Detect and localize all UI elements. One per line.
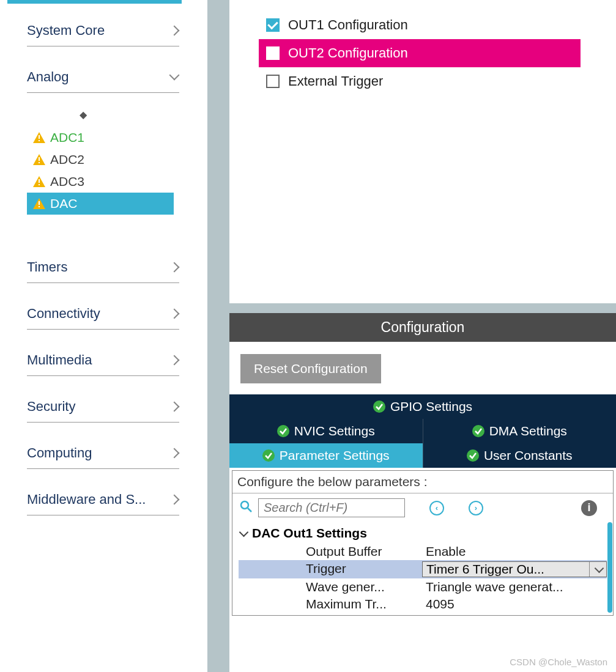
next-button[interactable]: › — [469, 501, 483, 515]
check-circle-icon — [373, 401, 385, 413]
svg-point-10 — [472, 425, 484, 437]
chevron-right-icon — [171, 26, 179, 35]
category-connectivity[interactable]: Connectivity — [27, 298, 179, 330]
tab-nvic-settings[interactable]: NVIC Settings — [229, 419, 423, 443]
check-circle-icon — [262, 449, 275, 462]
tab-user-constants[interactable]: User Constants — [423, 443, 617, 468]
param-label: Output Buffer — [306, 544, 422, 559]
category-analog[interactable]: Analog — [27, 61, 179, 93]
param-wave-generation[interactable]: Wave gener... Triangle wave generat... — [239, 578, 607, 596]
main-panel: OUT1 Configuration OUT2 Configuration Ex… — [229, 0, 616, 672]
param-value: Triangle wave generat... — [422, 580, 607, 594]
tab-label: NVIC Settings — [294, 424, 375, 438]
tab-parameter-settings[interactable]: Parameter Settings — [229, 443, 423, 468]
tabs: GPIO Settings NVIC Settings DMA Settings… — [229, 394, 616, 468]
reset-configuration-button[interactable]: Reset Configuration — [240, 354, 381, 383]
svg-point-13 — [241, 501, 248, 509]
analog-item-adc1[interactable]: ADC1 — [27, 127, 218, 149]
param-output-buffer[interactable]: Output Buffer Enable — [239, 543, 607, 560]
category-label: Analog — [27, 69, 69, 85]
category-label: Connectivity — [27, 306, 100, 322]
category-label: Security — [27, 399, 75, 415]
watermark: CSDN @Chole_Waston — [510, 657, 607, 667]
analog-item-label: ADC2 — [50, 152, 84, 167]
category-label: System Core — [27, 23, 105, 39]
search-icon[interactable] — [240, 500, 252, 515]
param-trigger[interactable]: Trigger Timer 6 Trigger Ou... — [239, 560, 607, 578]
sort-icon[interactable]: ◆ — [27, 109, 218, 127]
tab-gpio-settings[interactable]: GPIO Settings — [229, 394, 616, 419]
analog-item-adc2[interactable]: ADC2 — [27, 149, 218, 171]
mode-out1-configuration[interactable]: OUT1 Configuration — [259, 11, 581, 39]
svg-point-8 — [373, 401, 385, 413]
checkbox-icon[interactable] — [266, 18, 280, 32]
svg-line-14 — [248, 508, 251, 512]
tab-label: User Constants — [484, 448, 573, 463]
search-row: ‹ › i — [232, 493, 613, 522]
param-maximum-triangle[interactable]: Maximum Tr... 4095 — [239, 596, 607, 613]
param-label: Wave gener... — [306, 580, 422, 594]
category-label: Multimedia — [27, 352, 92, 368]
param-value: Timer 6 Trigger Ou... — [426, 562, 544, 577]
param-value: 4095 — [422, 597, 607, 611]
mode-out2-configuration[interactable]: OUT2 Configuration — [259, 39, 581, 67]
analog-item-dac[interactable]: DAC — [27, 193, 174, 215]
scrollbar[interactable] — [607, 522, 612, 613]
warning-icon — [33, 198, 45, 209]
svg-rect-4 — [39, 179, 40, 183]
check-circle-icon — [467, 449, 479, 462]
svg-point-9 — [277, 425, 289, 437]
svg-rect-7 — [39, 206, 40, 207]
category-label: Computing — [27, 445, 92, 461]
prev-button[interactable]: ‹ — [429, 501, 444, 515]
category-computing[interactable]: Computing — [27, 437, 179, 469]
analog-item-adc3[interactable]: ADC3 — [27, 171, 218, 193]
tab-label: DMA Settings — [489, 424, 567, 438]
svg-point-12 — [467, 449, 479, 462]
tab-label: Parameter Settings — [280, 448, 390, 463]
svg-rect-0 — [39, 135, 40, 139]
check-circle-icon — [472, 425, 484, 437]
configuration-header: Configuration — [229, 313, 616, 342]
info-icon[interactable]: i — [581, 500, 597, 516]
section-title: DAC Out1 Settings — [252, 526, 367, 541]
mode-label: OUT2 Configuration — [288, 45, 408, 61]
svg-rect-5 — [39, 184, 40, 185]
sidebar: System Core Analog ◆ ADC1 ADC2 ADC3 DAC — [0, 0, 218, 672]
analog-item-label: DAC — [50, 196, 77, 211]
chevron-right-icon — [171, 263, 179, 271]
checkbox-icon[interactable] — [266, 75, 280, 88]
parameter-box: Configure the below parameters : ‹ › i D… — [232, 470, 614, 616]
mode-list: OUT1 Configuration OUT2 Configuration Ex… — [229, 0, 616, 95]
category-system-core[interactable]: System Core — [27, 15, 179, 46]
chevron-down-icon — [589, 562, 603, 577]
category-multimedia[interactable]: Multimedia — [27, 344, 179, 376]
chevron-right-icon — [171, 356, 179, 364]
checkbox-icon[interactable] — [266, 46, 280, 60]
category-middleware[interactable]: Middleware and S... — [27, 484, 179, 515]
panel-divider[interactable] — [229, 303, 616, 313]
check-circle-icon — [277, 425, 289, 437]
sidebar-accent-bar — [7, 0, 182, 4]
svg-rect-2 — [39, 157, 40, 161]
svg-rect-6 — [39, 201, 40, 205]
tab-dma-settings[interactable]: DMA Settings — [423, 419, 617, 443]
warning-icon — [33, 154, 45, 165]
parameter-tree: DAC Out1 Settings Output Buffer Enable T… — [232, 522, 613, 613]
analog-subtree: ◆ ADC1 ADC2 ADC3 DAC — [0, 93, 218, 237]
analog-item-label: ADC3 — [50, 174, 84, 189]
chevron-down-icon — [171, 73, 179, 81]
search-input[interactable] — [258, 498, 405, 517]
param-label: Trigger — [306, 561, 422, 577]
trigger-dropdown[interactable]: Timer 6 Trigger Ou... — [422, 561, 607, 577]
category-timers[interactable]: Timers — [27, 251, 179, 283]
category-label: Timers — [27, 259, 67, 275]
mode-external-trigger[interactable]: External Trigger — [259, 67, 581, 95]
section-dac-out1-settings[interactable]: DAC Out1 Settings — [239, 523, 607, 543]
chevron-right-icon — [171, 309, 179, 318]
category-label: Middleware and S... — [27, 492, 146, 508]
category-security[interactable]: Security — [27, 391, 179, 423]
warning-icon — [33, 176, 45, 187]
sidebar-resize-handle[interactable] — [207, 0, 218, 672]
chevron-right-icon — [171, 495, 179, 504]
